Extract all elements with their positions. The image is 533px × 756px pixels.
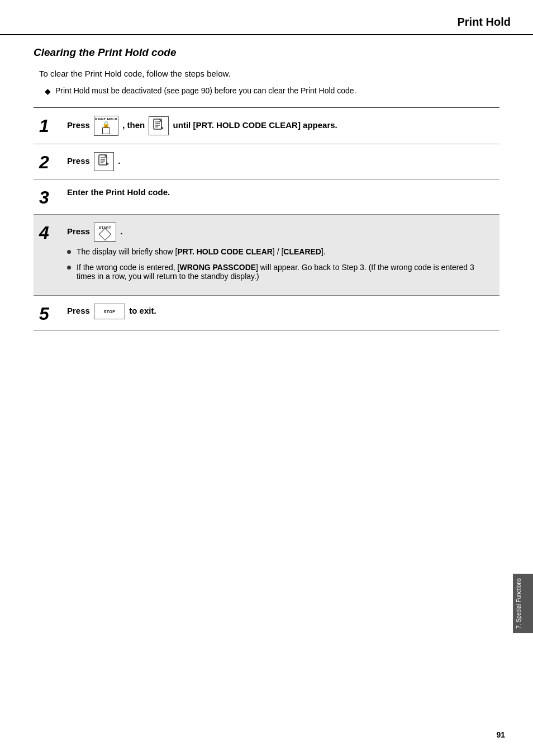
step-1-then-label: , then [122,120,147,130]
step-4-bullet-1-text: The display will briefly show [PRT. HOLD… [77,247,326,256]
step-2-number: 2 [39,152,60,171]
side-tab: 7. Special Functions [513,574,533,633]
lock-icon: 🔒 [102,121,110,127]
step-2-period: . [118,156,120,166]
step-5-row: 5 Press STOP to exit. [34,296,499,331]
key-square [102,127,110,134]
menu-doc-key-icon-2 [94,152,114,171]
print-hold-key-icon: PRINT HOLD 🔒 [94,116,118,136]
start-diamond-icon [99,228,112,240]
step-1-number: 1 [39,116,60,135]
stop-key-label: STOP [104,310,116,314]
svg-marker-11 [106,162,109,166]
start-key-icon: START [94,223,116,242]
step-5-content: Press STOP to exit. [67,304,494,319]
doc-svg-2 [98,154,110,169]
step-4-content: Press START . The display will briefly s… [67,223,494,287]
side-tab-text: 7. Special Functions [516,578,522,629]
intro-text: To clear the Print Hold code, follow the… [39,69,499,78]
step-1-row: 1 Press PRINT HOLD 🔒 , then [34,108,499,144]
bullet-circle-2 [67,266,71,270]
bullet-note: ◆ Print Hold must be deactivated (see pa… [45,86,499,96]
step-3-number: 3 [39,187,60,206]
step-2-content: Press . [67,152,494,171]
step-4-bullet-list: The display will briefly show [PRT. HOLD… [67,247,494,281]
step-2-press-label: Press [67,156,92,166]
step-4-period: . [120,226,122,236]
steps-container: 1 Press PRINT HOLD 🔒 , then [34,107,499,331]
svg-marker-5 [161,126,164,130]
step-2-row: 2 Press . [34,144,499,179]
step-5-exit-text: to exit. [129,306,156,315]
step-4-number: 4 [39,223,60,242]
step-5-number: 5 [39,304,60,323]
page-title: Print Hold [457,16,511,28]
menu-doc-key-icon-1 [149,116,169,135]
step-3-row: 3 Enter the Print Hold code. [34,179,499,215]
bullet-note-text: Print Hold must be deactivated (see page… [55,86,356,95]
step-4-press-label: Press [67,226,92,236]
step-4-row: 4 Press START . The display will briefly… [34,215,499,296]
main-content: Clearing the Print Hold code To clear th… [0,46,533,353]
step-1-content: Press PRINT HOLD 🔒 , then [67,116,494,136]
step-4-bullet-2: If the wrong code is entered, [WRONG PAS… [67,263,494,281]
step-5-press-label: Press [67,306,92,315]
step-1-until-label: until [PRT. HOLD CODE CLEAR] appears. [173,120,337,130]
step-3-content: Enter the Print Hold code. [67,187,494,197]
step-4-bullet-1: The display will briefly show [PRT. HOLD… [67,247,494,256]
bullet-circle-1 [67,250,71,254]
step-4-main-line: Press START . [67,223,494,242]
step-1-press-label: Press [67,120,92,130]
page-header: Print Hold [0,0,533,35]
bullet-diamond-icon: ◆ [45,87,51,96]
step-4-bullet-2-text: If the wrong code is entered, [WRONG PAS… [77,263,494,281]
section-title: Clearing the Print Hold code [34,46,499,59]
page-number: 91 [496,730,505,739]
stop-key-icon: STOP [94,304,125,319]
step-3-text: Enter the Print Hold code. [67,187,170,197]
doc-svg [153,119,165,133]
